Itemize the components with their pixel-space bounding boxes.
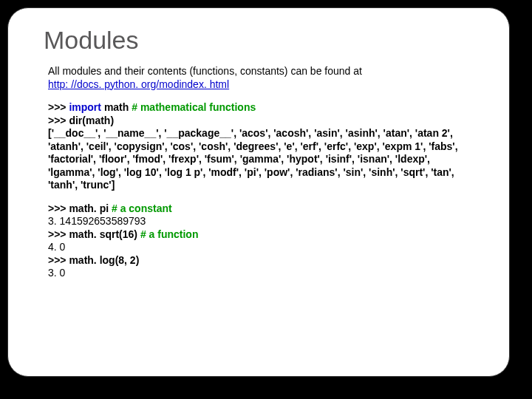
output-line: 4. 0 — [48, 241, 478, 254]
comment: # a function — [140, 228, 199, 240]
module-name: math — [104, 101, 132, 113]
expr: >>> math. pi — [48, 202, 112, 214]
output-line: 3. 141592653589793 — [48, 215, 478, 228]
intro-text: All modules and their contents (function… — [48, 65, 362, 77]
comment: # a constant — [112, 202, 172, 214]
output-line: 3. 0 — [48, 267, 478, 280]
prompt: >>> — [48, 115, 69, 126]
spacer — [48, 192, 478, 202]
code-line: >>> math. sqrt(16) # a function — [48, 228, 478, 242]
code-block-2: >>> math. pi # a constant 3. 14159265358… — [48, 202, 478, 280]
keyword-import: import — [69, 101, 103, 113]
code-line: >>> math. pi # a constant — [48, 202, 478, 216]
slide-title: Modules — [44, 26, 509, 55]
expr: >>> math. sqrt(16) — [48, 228, 140, 240]
docs-link[interactable]: http: //docs. python. org/modindex. html — [48, 78, 229, 90]
intro-paragraph: All modules and their contents (function… — [48, 65, 478, 91]
dir-output: ['__doc__', '__name__', '__package__', '… — [48, 127, 478, 192]
comment: # mathematical functions — [132, 101, 256, 113]
code-line: >>> import math # mathematical functions — [48, 101, 478, 115]
slide-frame: Modules All modules and their contents (… — [7, 7, 510, 377]
expr: >>> math. log(8, 2) — [48, 254, 478, 267]
prompt: >>> — [48, 101, 69, 113]
code-line: >>> dir(math) — [48, 115, 478, 128]
code-block-1: >>> import math # mathematical functions… — [48, 101, 478, 192]
slide-body: All modules and their contents (function… — [48, 65, 478, 280]
call-dir: dir(math) — [69, 115, 114, 126]
